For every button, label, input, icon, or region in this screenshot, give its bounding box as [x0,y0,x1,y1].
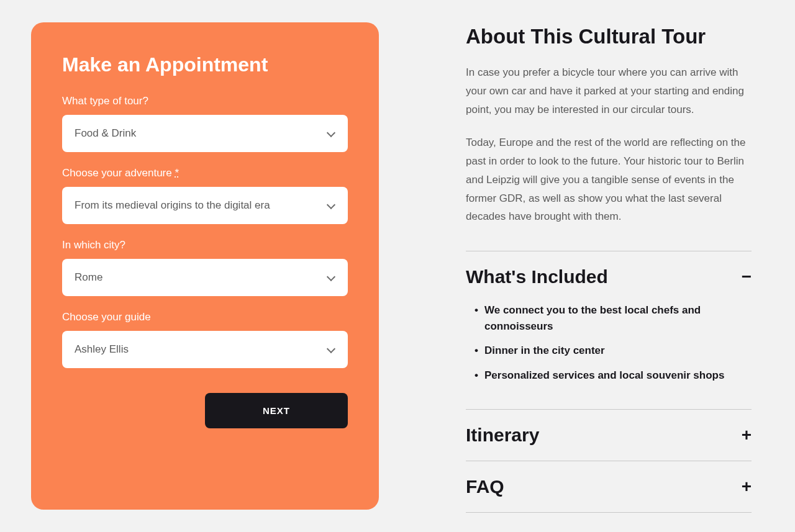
accordion: What's Included − We connect you to the … [466,251,752,513]
accordion-item-included: What's Included − We connect you to the … [466,251,752,409]
city-group: In which city? Rome [62,239,348,296]
chevron-down-icon [327,129,335,138]
plus-icon: + [742,478,752,495]
chevron-down-icon [327,273,335,282]
accordion-title-included: What's Included [466,266,608,287]
city-label: In which city? [62,239,348,251]
adventure-group: Choose your adventure * From its medieva… [62,167,348,224]
about-title: About This Cultural Tour [466,25,752,48]
plus-icon: + [742,426,752,444]
about-paragraph-1: In case you prefer a bicycle tour where … [466,63,752,119]
chevron-down-icon [327,345,335,354]
chevron-down-icon [327,201,335,210]
list-item: We connect you to the best local chefs a… [484,302,752,334]
booking-title: Make an Appointment [62,53,348,76]
included-list: We connect you to the best local chefs a… [466,302,752,383]
adventure-value: From its medieval origins to the digital… [75,199,327,212]
guide-value: Ashley Ellis [75,343,327,356]
accordion-item-itinerary: Itinerary + [466,409,752,461]
tour-type-label: What type of tour? [62,95,348,107]
city-select[interactable]: Rome [62,259,348,296]
adventure-label: Choose your adventure * [62,167,348,179]
accordion-header-itinerary[interactable]: Itinerary + [466,410,752,461]
accordion-title-itinerary: Itinerary [466,425,539,446]
list-item: Dinner in the city center [484,343,752,359]
guide-select[interactable]: Ashley Ellis [62,331,348,368]
tour-type-select[interactable]: Food & Drink [62,115,348,152]
tour-type-group: What type of tour? Food & Drink [62,95,348,152]
accordion-content-included: We connect you to the best local chefs a… [466,302,752,409]
next-button[interactable]: NEXT [205,393,348,428]
about-paragraph-2: Today, Europe and the rest of the world … [466,133,752,226]
list-item: Personalized services and local souvenir… [484,367,752,384]
content-area: About This Cultural Tour In case you pre… [466,22,752,510]
accordion-header-included[interactable]: What's Included − [466,251,752,302]
accordion-item-faq: FAQ + [466,461,752,513]
guide-label: Choose your guide [62,311,348,323]
guide-group: Choose your guide Ashley Ellis [62,311,348,368]
city-value: Rome [75,271,327,284]
required-mark: * [175,167,179,179]
tour-type-value: Food & Drink [75,127,327,140]
accordion-header-faq[interactable]: FAQ + [466,461,752,512]
accordion-title-faq: FAQ [466,476,504,497]
adventure-select[interactable]: From its medieval origins to the digital… [62,187,348,224]
booking-card: Make an Appointment What type of tour? F… [31,22,379,510]
minus-icon: − [742,268,752,286]
